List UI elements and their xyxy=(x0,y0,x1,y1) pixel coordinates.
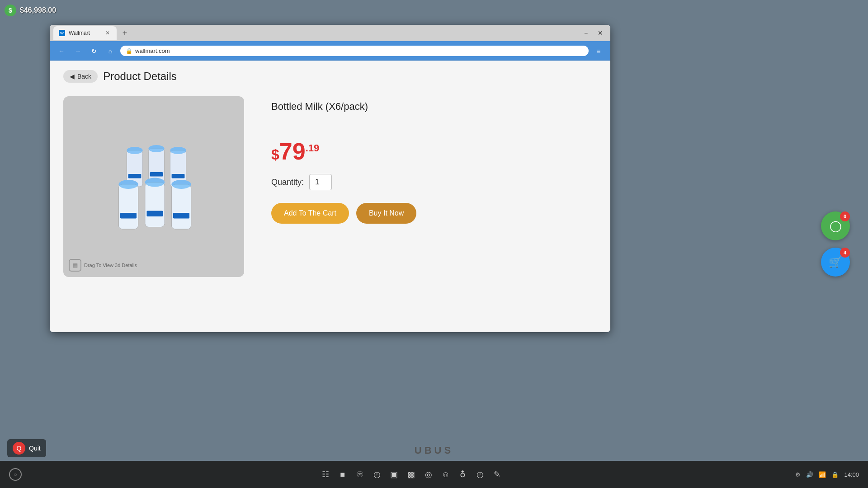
tb-lock-icon: 🔒 xyxy=(831,471,839,478)
svg-point-15 xyxy=(118,180,138,189)
svg-point-11 xyxy=(170,147,186,154)
add-to-cart-button[interactable]: Add To The Cart xyxy=(271,203,349,224)
taskbar-time: 14:00 xyxy=(844,471,859,478)
quit-button[interactable]: Q Quit xyxy=(7,439,46,457)
taskbar-bottom: ○ ☷ ■ ♾ ◴ ▣ ▩ ◎ ☺ ♁ ◴ ✎ ⚙ 🔊 📶 🔒 14:00 xyxy=(0,461,868,488)
drag-hint: ▦ Drag To View 3d Details xyxy=(69,259,137,272)
svg-point-19 xyxy=(145,178,165,187)
tb-puzzle-icon[interactable]: ▩ xyxy=(405,468,418,481)
money-icon: $ xyxy=(5,5,16,16)
product-price: $79.19 xyxy=(271,140,597,163)
url-text: wallmart.com xyxy=(135,47,170,54)
page-content: ◀ Back Product Details xyxy=(50,61,610,332)
browser-window: W Wallmart ✕ + − ✕ ← → ↻ ⌂ 🔒 wallmart.co… xyxy=(50,25,610,332)
close-button[interactable]: ✕ xyxy=(594,27,607,39)
product-image-container: ▦ Drag To View 3d Details xyxy=(63,96,244,277)
svg-rect-13 xyxy=(118,184,138,229)
tb-chat-icon[interactable]: ✎ xyxy=(491,468,504,481)
product-name: Bottled Milk (X6/pack) xyxy=(271,101,597,113)
quantity-input[interactable] xyxy=(309,174,332,190)
product-details: Bottled Milk (X6/pack) $79.19 Quantity: … xyxy=(271,96,597,224)
tb-clock-icon[interactable]: ◴ xyxy=(370,468,384,481)
forward-nav-button[interactable]: → xyxy=(71,45,84,57)
browser-chrome: W Wallmart ✕ + − ✕ ← → ↻ ⌂ 🔒 wallmart.co… xyxy=(50,25,610,61)
svg-point-7 xyxy=(148,145,164,152)
page-title: Product Details xyxy=(103,70,177,83)
svg-rect-10 xyxy=(172,174,185,178)
ubus-brand: UBUS xyxy=(415,445,453,456)
svg-rect-22 xyxy=(173,213,189,219)
cart-fab[interactable]: 🛒 4 xyxy=(821,248,850,277)
svg-point-3 xyxy=(127,147,142,154)
back-label: Back xyxy=(77,73,91,80)
fab-container: ◯ 0 🛒 4 xyxy=(821,211,850,277)
browser-tab[interactable]: W Wallmart ✕ xyxy=(53,26,117,40)
loading-indicator: ○ xyxy=(9,468,22,481)
price-symbol: $ xyxy=(271,146,279,163)
drag-hint-text: Drag To View 3d Details xyxy=(84,263,137,268)
taskbar-right: ⚙ 🔊 📶 🔒 14:00 xyxy=(795,471,859,478)
product-area: ▦ Drag To View 3d Details Bottled Milk (… xyxy=(63,96,597,277)
inventory-fab[interactable]: ◯ 0 xyxy=(821,211,850,240)
home-button[interactable]: ⌂ xyxy=(104,45,117,57)
back-button[interactable]: ◀ Back xyxy=(63,70,98,83)
tb-globe-icon[interactable]: ♁ xyxy=(456,468,470,481)
inventory-icon: ◯ xyxy=(830,220,842,232)
extensions-button[interactable]: ≡ xyxy=(592,45,605,57)
tb-window-icon[interactable]: ▣ xyxy=(387,468,401,481)
tab-bar: W Wallmart ✕ + − ✕ xyxy=(50,25,610,41)
cart-badge: 4 xyxy=(840,248,850,258)
product-image xyxy=(81,114,226,259)
svg-point-23 xyxy=(171,180,191,189)
tb-wifi-icon: 📶 xyxy=(819,471,826,478)
tab-close-button[interactable]: ✕ xyxy=(104,29,111,37)
quantity-label: Quantity: xyxy=(271,178,304,187)
svg-rect-18 xyxy=(147,211,163,217)
price-cents: .19 xyxy=(306,142,320,154)
tb-target-icon[interactable]: ◎ xyxy=(422,468,435,481)
url-bar[interactable]: 🔒 wallmart.com xyxy=(120,46,589,56)
3d-icon: ▦ xyxy=(69,259,81,272)
action-buttons: Add To The Cart Buy It Now xyxy=(271,203,597,224)
price-whole: 79 xyxy=(279,138,306,164)
tb-face-icon[interactable]: ☺ xyxy=(439,468,453,481)
back-arrow-icon: ◀ xyxy=(70,73,75,80)
back-nav-button[interactable]: ← xyxy=(55,45,68,57)
page-header: ◀ Back Product Details xyxy=(63,70,597,83)
tb-monitor-icon[interactable]: ◴ xyxy=(473,468,487,481)
svg-rect-14 xyxy=(120,213,137,219)
svg-rect-6 xyxy=(150,172,163,177)
price-display: $79.19 xyxy=(271,138,319,164)
buy-it-now-button[interactable]: Buy It Now xyxy=(356,203,416,224)
lock-icon: 🔒 xyxy=(126,48,132,54)
money-amount: $46,998.00 xyxy=(20,6,56,14)
refresh-button[interactable]: ↻ xyxy=(88,45,100,57)
tab-favicon: W xyxy=(59,30,65,36)
cart-icon: 🛒 xyxy=(829,256,842,268)
tb-loop-icon[interactable]: ♾ xyxy=(353,468,367,481)
taskbar-icons: ☷ ■ ♾ ◴ ▣ ▩ ◎ ☺ ♁ ◴ ✎ xyxy=(27,468,795,481)
new-tab-button[interactable]: + xyxy=(118,27,131,39)
svg-rect-21 xyxy=(171,184,191,229)
minimize-button[interactable]: − xyxy=(580,27,592,39)
taskbar-left: ○ xyxy=(9,468,27,481)
quit-icon: Q xyxy=(13,442,25,455)
tab-label: Wallmart xyxy=(69,30,90,36)
svg-rect-2 xyxy=(128,174,142,178)
tb-settings-icon: ⚙ xyxy=(795,471,801,478)
quit-label: Quit xyxy=(29,445,41,452)
quantity-row: Quantity: xyxy=(271,174,597,190)
product-svg xyxy=(86,119,222,254)
svg-rect-17 xyxy=(145,183,165,227)
money-display: $ $46,998.00 xyxy=(0,0,90,20)
inventory-badge: 0 xyxy=(840,211,850,221)
window-controls: − ✕ xyxy=(580,27,607,39)
tb-grid-icon[interactable]: ☷ xyxy=(319,468,332,481)
tb-volume-icon: 🔊 xyxy=(806,471,813,478)
tb-terminal-icon[interactable]: ■ xyxy=(336,468,349,481)
address-bar: ← → ↻ ⌂ 🔒 wallmart.com ≡ xyxy=(50,41,610,61)
